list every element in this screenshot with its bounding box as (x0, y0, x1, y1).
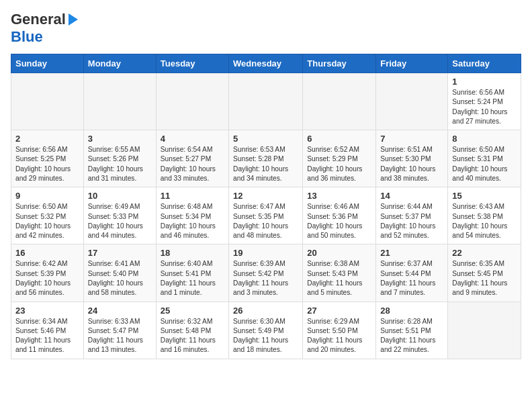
day-number: 28 (380, 306, 443, 316)
calendar-cell: 20Sunrise: 6:38 AM Sunset: 5:43 PM Dayli… (303, 244, 376, 302)
day-number: 5 (233, 134, 298, 144)
calendar-cell (11, 73, 84, 130)
calendar-cell: 10Sunrise: 6:49 AM Sunset: 5:33 PM Dayli… (83, 187, 156, 244)
calendar-week-4: 16Sunrise: 6:42 AM Sunset: 5:39 PM Dayli… (11, 244, 521, 302)
calendar-cell: 7Sunrise: 6:51 AM Sunset: 5:30 PM Daylig… (376, 130, 448, 187)
calendar-header-friday: Friday (376, 54, 448, 73)
day-info: Sunrise: 6:32 AM Sunset: 5:48 PM Dayligh… (161, 317, 224, 355)
day-number: 23 (15, 306, 79, 316)
calendar-cell: 17Sunrise: 6:41 AM Sunset: 5:40 PM Dayli… (83, 244, 156, 302)
calendar-cell: 16Sunrise: 6:42 AM Sunset: 5:39 PM Dayli… (11, 244, 84, 302)
day-number: 22 (452, 248, 517, 258)
calendar-cell (448, 302, 521, 359)
calendar-header-monday: Monday (83, 54, 156, 73)
calendar-cell: 15Sunrise: 6:43 AM Sunset: 5:38 PM Dayli… (448, 187, 521, 244)
day-info: Sunrise: 6:43 AM Sunset: 5:38 PM Dayligh… (452, 202, 517, 240)
calendar-cell: 14Sunrise: 6:44 AM Sunset: 5:37 PM Dayli… (376, 187, 448, 244)
calendar-cell: 24Sunrise: 6:33 AM Sunset: 5:47 PM Dayli… (83, 302, 156, 359)
day-number: 26 (233, 306, 298, 316)
calendar-header-sunday: Sunday (11, 54, 84, 73)
calendar-cell: 11Sunrise: 6:48 AM Sunset: 5:34 PM Dayli… (156, 187, 228, 244)
calendar-cell: 23Sunrise: 6:34 AM Sunset: 5:46 PM Dayli… (11, 302, 84, 359)
day-info: Sunrise: 6:35 AM Sunset: 5:45 PM Dayligh… (452, 259, 517, 298)
day-info: Sunrise: 6:42 AM Sunset: 5:39 PM Dayligh… (15, 259, 79, 298)
calendar-cell: 8Sunrise: 6:50 AM Sunset: 5:31 PM Daylig… (448, 130, 521, 187)
calendar-week-1: 1Sunrise: 6:56 AM Sunset: 5:24 PM Daylig… (11, 73, 521, 130)
calendar-cell: 25Sunrise: 6:32 AM Sunset: 5:48 PM Dayli… (156, 302, 228, 359)
calendar-cell: 5Sunrise: 6:53 AM Sunset: 5:28 PM Daylig… (229, 130, 303, 187)
calendar-cell: 13Sunrise: 6:46 AM Sunset: 5:36 PM Dayli… (303, 187, 376, 244)
calendar-cell: 1Sunrise: 6:56 AM Sunset: 5:24 PM Daylig… (448, 73, 521, 130)
day-info: Sunrise: 6:56 AM Sunset: 5:25 PM Dayligh… (15, 145, 79, 183)
calendar-cell: 26Sunrise: 6:30 AM Sunset: 5:49 PM Dayli… (229, 302, 303, 359)
calendar-cell (376, 73, 448, 130)
day-info: Sunrise: 6:44 AM Sunset: 5:37 PM Dayligh… (380, 202, 443, 240)
day-number: 16 (15, 248, 79, 258)
day-info: Sunrise: 6:52 AM Sunset: 5:29 PM Dayligh… (307, 145, 371, 183)
calendar-cell: 21Sunrise: 6:37 AM Sunset: 5:44 PM Dayli… (376, 244, 448, 302)
day-number: 7 (380, 134, 443, 144)
calendar-cell: 28Sunrise: 6:28 AM Sunset: 5:51 PM Dayli… (376, 302, 448, 359)
calendar-cell (229, 73, 303, 130)
day-info: Sunrise: 6:29 AM Sunset: 5:50 PM Dayligh… (307, 317, 371, 355)
day-number: 11 (161, 191, 224, 201)
calendar-header-saturday: Saturday (448, 54, 521, 73)
day-info: Sunrise: 6:47 AM Sunset: 5:35 PM Dayligh… (233, 202, 298, 240)
day-number: 17 (88, 248, 152, 258)
day-number: 4 (161, 134, 224, 144)
calendar-cell: 19Sunrise: 6:39 AM Sunset: 5:42 PM Dayli… (229, 244, 303, 302)
day-number: 21 (380, 248, 443, 258)
logo: General Blue (11, 11, 78, 46)
day-info: Sunrise: 6:37 AM Sunset: 5:44 PM Dayligh… (380, 259, 443, 298)
calendar-cell (83, 73, 156, 130)
day-number: 8 (452, 134, 517, 144)
day-info: Sunrise: 6:54 AM Sunset: 5:27 PM Dayligh… (161, 145, 224, 183)
calendar-cell: 9Sunrise: 6:50 AM Sunset: 5:32 PM Daylig… (11, 187, 84, 244)
calendar-cell: 18Sunrise: 6:40 AM Sunset: 5:41 PM Dayli… (156, 244, 228, 302)
day-number: 10 (88, 191, 152, 201)
day-number: 27 (307, 306, 371, 316)
day-number: 9 (15, 191, 79, 201)
day-info: Sunrise: 6:51 AM Sunset: 5:30 PM Dayligh… (380, 145, 443, 183)
day-info: Sunrise: 6:40 AM Sunset: 5:41 PM Dayligh… (161, 259, 224, 298)
day-number: 12 (233, 191, 298, 201)
day-number: 19 (233, 248, 298, 258)
page-header: General Blue (11, 11, 521, 46)
day-info: Sunrise: 6:49 AM Sunset: 5:33 PM Dayligh… (88, 202, 152, 240)
calendar-cell (303, 73, 376, 130)
day-number: 24 (88, 306, 152, 316)
calendar-header-wednesday: Wednesday (229, 54, 303, 73)
calendar-header-tuesday: Tuesday (156, 54, 228, 73)
calendar-week-3: 9Sunrise: 6:50 AM Sunset: 5:32 PM Daylig… (11, 187, 521, 244)
logo-general: General (11, 11, 66, 28)
day-info: Sunrise: 6:50 AM Sunset: 5:31 PM Dayligh… (452, 145, 517, 183)
day-info: Sunrise: 6:41 AM Sunset: 5:40 PM Dayligh… (88, 259, 152, 298)
day-number: 1 (452, 77, 517, 87)
day-number: 14 (380, 191, 443, 201)
day-number: 20 (307, 248, 371, 258)
logo-blue: Blue (11, 28, 43, 46)
calendar-cell: 27Sunrise: 6:29 AM Sunset: 5:50 PM Dayli… (303, 302, 376, 359)
day-info: Sunrise: 6:30 AM Sunset: 5:49 PM Dayligh… (233, 317, 298, 355)
day-info: Sunrise: 6:56 AM Sunset: 5:24 PM Dayligh… (452, 88, 517, 126)
day-info: Sunrise: 6:48 AM Sunset: 5:34 PM Dayligh… (161, 202, 224, 240)
day-info: Sunrise: 6:39 AM Sunset: 5:42 PM Dayligh… (233, 259, 298, 298)
calendar-table: SundayMondayTuesdayWednesdayThursdayFrid… (11, 54, 521, 359)
calendar-cell: 3Sunrise: 6:55 AM Sunset: 5:26 PM Daylig… (83, 130, 156, 187)
day-number: 2 (15, 134, 79, 144)
logo-arrow-icon (69, 13, 78, 26)
calendar-cell: 12Sunrise: 6:47 AM Sunset: 5:35 PM Dayli… (229, 187, 303, 244)
day-number: 13 (307, 191, 371, 201)
day-number: 3 (88, 134, 152, 144)
calendar-cell: 6Sunrise: 6:52 AM Sunset: 5:29 PM Daylig… (303, 130, 376, 187)
calendar-cell: 22Sunrise: 6:35 AM Sunset: 5:45 PM Dayli… (448, 244, 521, 302)
calendar-week-2: 2Sunrise: 6:56 AM Sunset: 5:25 PM Daylig… (11, 130, 521, 187)
day-info: Sunrise: 6:28 AM Sunset: 5:51 PM Dayligh… (380, 317, 443, 355)
calendar-week-5: 23Sunrise: 6:34 AM Sunset: 5:46 PM Dayli… (11, 302, 521, 359)
calendar-header-thursday: Thursday (303, 54, 376, 73)
day-number: 25 (161, 306, 224, 316)
day-number: 15 (452, 191, 517, 201)
calendar-cell (156, 73, 228, 130)
day-info: Sunrise: 6:50 AM Sunset: 5:32 PM Dayligh… (15, 202, 79, 240)
calendar-cell: 2Sunrise: 6:56 AM Sunset: 5:25 PM Daylig… (11, 130, 84, 187)
